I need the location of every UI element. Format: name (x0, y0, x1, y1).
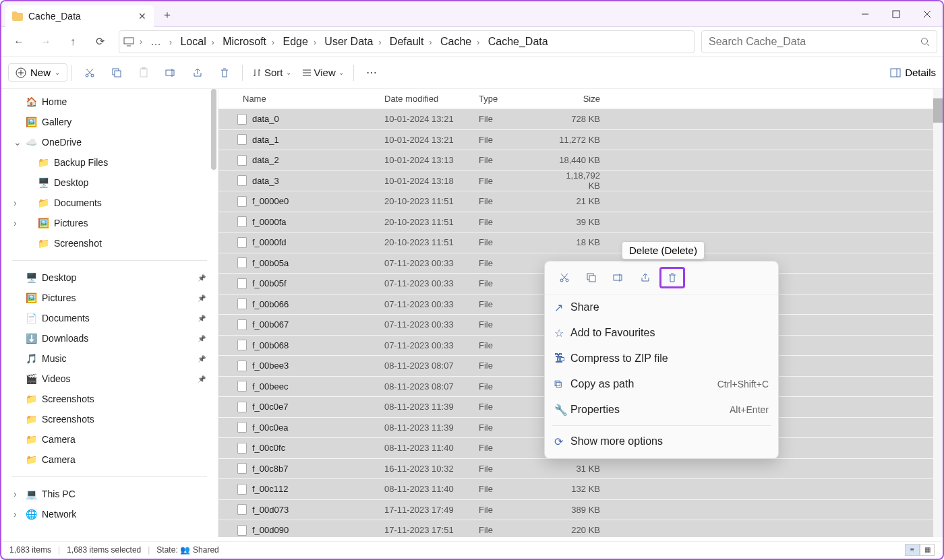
up-button[interactable]: ↑ (61, 30, 85, 54)
list-view-toggle[interactable]: ≡ (905, 544, 920, 556)
folder-icon: 📁 (26, 394, 36, 404)
column-name[interactable]: Name (218, 94, 384, 104)
sidebar-item[interactable]: 🏠 Home (5, 92, 214, 112)
file-row[interactable]: data_1 10-01-2024 13:21 File 11,272 KB (218, 130, 933, 151)
ctx-item[interactable]: ↗ Share (545, 294, 778, 320)
details-pane-button[interactable]: Details (890, 67, 936, 78)
sidebar-item[interactable]: 🖼️ Gallery (5, 112, 214, 132)
sidebar-item[interactable]: 📁 Screenshot (5, 233, 214, 253)
file-name: f_00c0e7 (252, 402, 289, 412)
active-tab[interactable]: Cache_Data ✕ (5, 5, 154, 27)
ctx-label: Add to Favourites (570, 327, 655, 339)
star-icon: ☆ (554, 327, 570, 340)
column-date[interactable]: Date modified (384, 94, 479, 104)
details-label: Details (905, 67, 936, 78)
breadcrumb-segment[interactable]: Local (180, 36, 206, 47)
file-type: File (479, 114, 554, 124)
ctx-share-button[interactable] (632, 267, 658, 288)
tab-close-icon[interactable]: ✕ (138, 11, 147, 22)
chevron-down-icon: ⌄ (55, 69, 60, 76)
ctx-copy-button[interactable] (579, 267, 604, 288)
back-button[interactable]: ← (7, 30, 31, 54)
breadcrumb-segment[interactable]: Default (390, 36, 424, 47)
file-date: 10-01-2024 13:13 (384, 155, 479, 165)
grid-view-toggle[interactable]: ▦ (920, 544, 935, 556)
breadcrumb-overflow[interactable]: … (150, 36, 161, 48)
ctx-item[interactable]: 🔧 Properties Alt+Enter (545, 397, 778, 423)
sidebar-item[interactable]: 📁 Documents (5, 193, 214, 213)
ctx-item[interactable]: 🗜 Compress to ZIP file (545, 346, 778, 371)
sidebar-item[interactable]: 🖥️ Desktop (5, 173, 214, 193)
copy-button[interactable] (103, 67, 130, 78)
new-button[interactable]: New ⌄ (8, 63, 67, 82)
breadcrumb-segment[interactable]: Edge (283, 36, 308, 47)
sidebar-item[interactable]: 📁 Camera (5, 449, 214, 470)
view-button[interactable]: View ⌄ (297, 67, 349, 78)
file-row[interactable]: data_2 10-01-2024 13:13 File 18,440 KB (218, 150, 933, 171)
breadcrumb-segment[interactable]: User Data (324, 36, 373, 47)
ctx-item[interactable]: ⧉ Copy as path Ctrl+Shift+C (545, 371, 778, 397)
scrollbar[interactable] (933, 89, 943, 537)
sidebar-item[interactable]: ⬇️ Downloads (5, 328, 214, 348)
sidebar-item[interactable]: 🖼️ Pictures (5, 288, 214, 308)
file-type: File (479, 525, 554, 535)
sidebar-item[interactable]: 🎵 Music (5, 348, 214, 369)
delete-button[interactable] (211, 67, 238, 78)
file-row[interactable]: data_0 10-01-2024 13:21 File 728 KB (218, 109, 933, 130)
folder-icon: 📁 (38, 157, 49, 168)
file-row[interactable]: f_00c112 08-11-2023 11:40 File 132 KB (218, 479, 933, 500)
ctx-cut-button[interactable] (552, 267, 577, 288)
sidebar-item[interactable]: 📁 Screenshots (5, 409, 214, 429)
titlebar: Cache_Data ✕ ＋ (1, 1, 943, 27)
sort-button[interactable]: Sort ⌄ (247, 67, 297, 78)
sidebar-item[interactable]: 📄 Documents (5, 308, 214, 328)
breadcrumb-segment[interactable]: Cache (440, 36, 471, 47)
ctx-rename-button[interactable] (606, 267, 631, 288)
column-type[interactable]: Type (479, 94, 554, 104)
share-button[interactable] (184, 67, 211, 78)
maximize-button[interactable] (881, 3, 912, 25)
sidebar-item[interactable]: 🖥️ Desktop (5, 268, 214, 288)
refresh-button[interactable]: ⟳ (88, 30, 112, 54)
sidebar-item[interactable]: 📁 Backup Files (5, 152, 214, 173)
more-button[interactable]: ⋯ (358, 66, 385, 79)
ctx-item[interactable]: ⟳ Show more options (545, 429, 778, 454)
scrollbar-thumb[interactable] (933, 98, 943, 123)
forward-button[interactable]: → (34, 30, 58, 54)
cut-button[interactable] (76, 67, 103, 78)
column-size[interactable]: Size (554, 94, 607, 104)
rename-button[interactable] (157, 67, 184, 78)
ctx-item[interactable]: ☆ Add to Favourites (545, 320, 778, 346)
sidebar-label: Screenshot (54, 238, 102, 249)
pictures-icon: 🖼️ (26, 292, 36, 303)
file-row[interactable]: f_0000e0 20-10-2023 11:51 File 21 KB (218, 191, 933, 212)
file-row[interactable]: f_0000fa 20-10-2023 11:51 File 39 KB (218, 212, 933, 233)
breadcrumb-segment[interactable]: Cache_Data (488, 36, 548, 47)
sidebar-label: Gallery (42, 117, 71, 127)
sidebar-item[interactable]: 📁 Screenshots (5, 389, 214, 409)
new-tab-button[interactable]: ＋ (162, 8, 173, 22)
sidebar-item[interactable]: 📁 Camera (5, 429, 214, 449)
close-window-button[interactable] (912, 3, 943, 25)
file-size: 18,440 KB (554, 155, 607, 165)
share-icon: ↗ (554, 301, 570, 314)
sidebar-item[interactable]: 🌐 Network (5, 504, 214, 524)
file-row[interactable]: f_00d090 17-11-2023 17:51 File 220 KB (218, 520, 933, 537)
chevron-right-icon: › (430, 38, 432, 47)
paste-button[interactable] (130, 67, 157, 78)
sidebar-item[interactable]: 🖼️ Pictures (5, 213, 214, 233)
file-row[interactable]: f_0000fd 20-10-2023 11:51 File 18 KB (218, 232, 933, 253)
minimize-button[interactable] (850, 3, 881, 25)
file-row[interactable]: f_00d073 17-11-2023 17:49 File 389 KB (218, 500, 933, 521)
search-input[interactable] (709, 36, 920, 48)
sidebar-item[interactable]: 🎬 Videos (5, 369, 214, 389)
ctx-delete-button[interactable] (659, 267, 685, 288)
search-box[interactable] (701, 30, 937, 53)
file-row[interactable]: data_3 10-01-2024 13:18 File 1,18,792 KB (218, 171, 933, 192)
file-row[interactable]: f_00c8b7 16-11-2023 10:32 File 31 KB (218, 459, 933, 480)
breadcrumb[interactable]: › … › Local› Microsoft› Edge› User Data›… (119, 30, 695, 53)
sidebar-item[interactable]: 💻 This PC (5, 484, 214, 504)
file-icon (237, 114, 247, 125)
breadcrumb-segment[interactable]: Microsoft (223, 36, 266, 47)
sidebar-item-onedrive[interactable]: ☁️ OneDrive (5, 132, 214, 152)
